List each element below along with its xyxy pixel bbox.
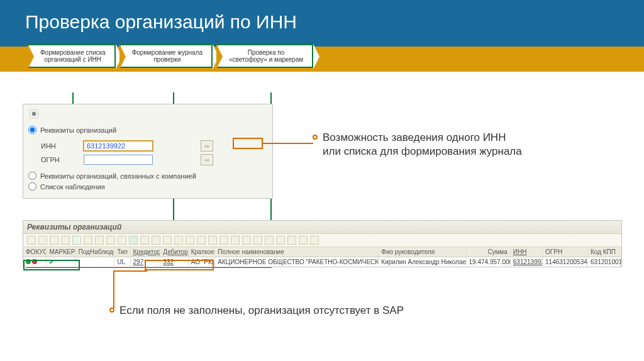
- tool-icon[interactable]: [106, 236, 115, 245]
- connector: [113, 270, 147, 272]
- connector: [72, 92, 74, 104]
- cell-sum: 19.474.957.000,00: [467, 257, 511, 267]
- cell-watch: [76, 257, 115, 267]
- option-linked[interactable]: Реквизиты организаций, связанных с компа…: [28, 170, 267, 181]
- annotation-sap: Если поля не заполнены, организация отсу…: [119, 304, 497, 318]
- ogrn-input[interactable]: [84, 155, 153, 165]
- cell-full: АКЦИОНЕРНОЕ ОБЩЕСТВО "РАКЕТНО-КОСМИЧЕСКИ…: [215, 257, 379, 267]
- details-panel: Реквизиты организаций ИНН ⇨ ОГРН ⇨ Рекви…: [23, 104, 273, 199]
- annotation-inn: Возможность заведения одного ИНН или спи…: [323, 131, 631, 158]
- tool-icon[interactable]: [174, 236, 183, 245]
- option-label: Реквизиты организаций, связанных с компа…: [40, 172, 196, 180]
- annotation-text: или списка для формирования журнала: [323, 145, 522, 157]
- radio-input[interactable]: [28, 172, 36, 180]
- tool-icon[interactable]: [61, 236, 70, 245]
- cell-short: АО "РКЦ "ПРОГРЕСС": [189, 257, 216, 267]
- cell-creditor[interactable]: 297: [131, 257, 161, 267]
- col-marker[interactable]: МАРКЕР: [47, 247, 75, 257]
- col-kpp[interactable]: Код КПП: [588, 247, 621, 257]
- step-label: Формирование списка: [40, 49, 106, 56]
- tool-icon[interactable]: [197, 236, 206, 245]
- tool-icon[interactable]: [95, 236, 104, 245]
- step-form-journal: Формирование журнала проверки: [119, 44, 213, 68]
- col-inn[interactable]: ИНН: [511, 247, 543, 257]
- annotation-text: Возможность заведения одного ИНН: [323, 131, 506, 143]
- cell-marker: ✔: [47, 257, 75, 267]
- ogrn-label: ОГРН: [41, 156, 79, 164]
- multi-select-icon[interactable]: ⇨: [201, 140, 213, 152]
- connector: [113, 270, 114, 308]
- cell-ceo: Кирилин Александр Николаевич: [379, 257, 466, 267]
- tool-icon[interactable]: [219, 236, 228, 245]
- bullet-icon: [109, 308, 114, 313]
- cell-focus: [23, 257, 47, 267]
- annotation-text: Если поля не заполнены, организация отсу…: [119, 304, 404, 316]
- cell-kpp: 631201001: [588, 257, 621, 267]
- bullet-icon: [313, 135, 318, 140]
- tool-icon[interactable]: [152, 236, 160, 245]
- radio-input[interactable]: [28, 182, 36, 191]
- grid-header: ФОКУС МАРКЕР ПодНаблюде Тип Кредитор Деб…: [23, 247, 621, 257]
- col-ogrn[interactable]: ОГРН: [543, 247, 588, 257]
- cell-debtor[interactable]: 332: [160, 257, 188, 267]
- col-ceo[interactable]: Фио руководителя: [379, 247, 466, 257]
- tool-icon[interactable]: [276, 236, 285, 245]
- tool-icon[interactable]: [265, 236, 274, 245]
- journal-title: Реквизиты организаций: [23, 221, 621, 234]
- tool-icon[interactable]: [27, 236, 36, 245]
- tool-icon[interactable]: [208, 236, 217, 245]
- tool-icon[interactable]: [242, 236, 251, 245]
- tool-icon[interactable]: [118, 236, 126, 245]
- option-org-requisites[interactable]: Реквизиты организаций: [28, 125, 267, 135]
- col-debtor[interactable]: Дебитор: [160, 247, 188, 257]
- step-check: Проверка по «светофору» и маркерам: [216, 44, 313, 68]
- tool-icon[interactable]: [186, 236, 194, 245]
- cell-type: UL: [114, 257, 130, 267]
- col-full[interactable]: Полное наименование: [215, 247, 379, 257]
- radio-input[interactable]: [28, 126, 36, 134]
- connector: [263, 143, 313, 144]
- journal-panel: Реквизиты организаций ФОКУС МАРКЕР ПодНа…: [23, 220, 622, 267]
- tool-icon[interactable]: [299, 236, 308, 245]
- table-row[interactable]: ✔ UL 297 332 АО "РКЦ "ПРОГРЕСС" АКЦИОНЕР…: [23, 257, 621, 267]
- step-form-list: Формирование списка организаций с ИНН: [28, 44, 116, 68]
- tool-icon[interactable]: [140, 236, 149, 245]
- option-label: Список наблюдения: [40, 183, 105, 191]
- step-label: Проверка по: [248, 49, 285, 56]
- gear-icon[interactable]: [30, 109, 38, 118]
- col-type[interactable]: Тип: [114, 247, 130, 257]
- col-short[interactable]: Краткое: [189, 247, 216, 257]
- option-label: Реквизиты организаций: [40, 126, 116, 134]
- col-focus[interactable]: ФОКУС: [23, 247, 47, 257]
- inn-input[interactable]: [84, 141, 153, 151]
- page-title: Проверка организаций по ИНН: [0, 0, 644, 47]
- col-watch[interactable]: ПодНаблюде: [76, 247, 115, 257]
- tool-icon[interactable]: [50, 236, 58, 245]
- multi-select-icon[interactable]: ⇨: [201, 154, 213, 165]
- step-label: организаций с ИНН: [45, 56, 101, 63]
- option-watchlist[interactable]: Список наблюдения: [28, 181, 267, 192]
- process-steps: Формирование списка организаций с ИНН Фо…: [28, 44, 313, 68]
- cell-ogrn: 1146312005344: [543, 257, 588, 267]
- col-creditor[interactable]: Кредитор: [131, 247, 161, 257]
- step-label: «светофору» и маркерам: [229, 56, 303, 63]
- tool-icon[interactable]: [310, 236, 319, 245]
- col-sum[interactable]: Сумма: [467, 247, 511, 257]
- tool-icon[interactable]: [38, 236, 47, 245]
- tool-icon[interactable]: [84, 236, 92, 245]
- tool-icon[interactable]: [231, 236, 240, 245]
- tool-icon[interactable]: [253, 236, 262, 245]
- filter-icon[interactable]: [72, 236, 81, 245]
- journal-toolbar: [23, 234, 621, 247]
- step-label: проверки: [153, 56, 180, 63]
- tool-icon[interactable]: [287, 236, 296, 245]
- excel-icon[interactable]: [129, 236, 138, 245]
- tool-icon[interactable]: [163, 236, 172, 245]
- inn-label: ИНН: [41, 142, 79, 150]
- process-band: Формирование списка организаций с ИНН Фо…: [0, 47, 644, 72]
- step-label: Формирование журнала: [132, 49, 203, 56]
- cell-inn[interactable]: 6312139922: [511, 257, 543, 267]
